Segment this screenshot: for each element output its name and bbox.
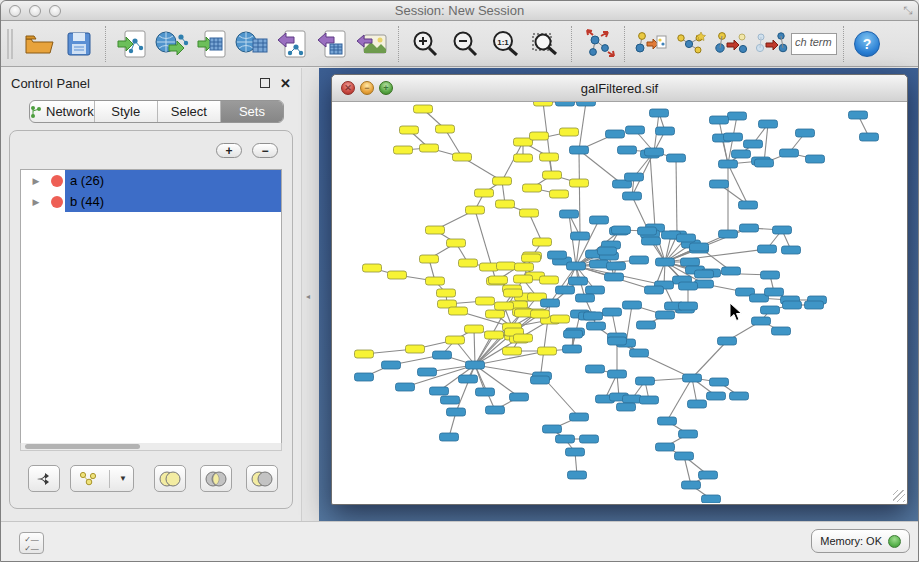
tab-network[interactable]: Network [30, 101, 95, 122]
collapse-arrow-icon[interactable]: ◂ [306, 292, 310, 301]
help-icon: ? [863, 36, 872, 52]
intersect-sets-button[interactable] [200, 465, 232, 492]
network-window-titlebar[interactable]: ✕ − + galFiltered.sif [332, 75, 907, 102]
resize-grip-icon[interactable] [893, 490, 905, 502]
layout-icon [581, 28, 615, 60]
control-panel-tabs: Network Style Select Sets [29, 100, 284, 123]
network-from-selection-icon [634, 28, 668, 60]
mouse-cursor-icon [729, 302, 743, 322]
import-table-url-icon [235, 29, 269, 59]
network-from-selection-button[interactable] [631, 25, 671, 63]
split-set-button[interactable] [28, 465, 60, 492]
control-panel: Control Panel ✕ Network Style Select Set… [1, 68, 301, 521]
float-panel-icon[interactable] [260, 78, 270, 88]
create-set-dropdown-button[interactable]: ▼ [70, 465, 134, 492]
show-all-icon [754, 28, 788, 60]
set-label: b (44) [68, 194, 104, 209]
zoom-out-button[interactable] [445, 25, 485, 63]
tab-label: Select [171, 104, 207, 119]
main-toolbar: 1:1 ch term ? [1, 21, 918, 67]
help-button[interactable]: ? [854, 31, 880, 57]
import-network-url-button[interactable] [152, 25, 192, 63]
network-window[interactable]: ✕ − + galFiltered.sif [331, 74, 908, 505]
tab-select[interactable]: Select [158, 101, 221, 122]
control-panel-title: Control Panel [11, 76, 260, 91]
main-split: Control Panel ✕ Network Style Select Set… [1, 68, 918, 521]
horizontal-scrollbar[interactable] [20, 443, 282, 451]
window-titlebar: Session: New Session ⤡ [1, 1, 918, 21]
import-network-file-button[interactable] [112, 25, 152, 63]
one-to-one-label: 1:1 [497, 37, 509, 46]
zoom-out-icon [451, 30, 479, 58]
hide-selected-button[interactable] [711, 25, 751, 63]
zoom-selected-region-icon [530, 30, 560, 58]
remove-set-button[interactable]: − [252, 143, 278, 158]
network-window-title: galFiltered.sif [332, 81, 907, 96]
scrollbar-thumb[interactable] [25, 444, 140, 449]
split-arrows-icon [34, 470, 54, 488]
first-neighbors-icon [674, 28, 708, 60]
network-canvas[interactable] [333, 102, 906, 503]
memory-status-button[interactable]: Memory: OK [811, 529, 910, 553]
panel-splitter[interactable]: ◂ [301, 68, 319, 521]
export-network-icon [276, 29, 308, 59]
memory-label: Memory: OK [820, 535, 882, 547]
zoom-in-icon [411, 30, 439, 58]
set-row-b[interactable]: ▶ b (44) [21, 191, 281, 212]
set-color-dot [51, 175, 63, 187]
toolbar-separator [624, 26, 625, 62]
first-neighbors-button[interactable] [671, 25, 711, 63]
sets-panel: + − ▶ a (26) ▶ b (44) [9, 130, 293, 509]
import-table-file-button[interactable] [192, 25, 232, 63]
zoom-in-button[interactable] [405, 25, 445, 63]
venn-intersection-icon [204, 471, 228, 487]
tab-sets[interactable]: Sets [221, 101, 283, 122]
tab-label: Style [111, 104, 140, 119]
dropdown-arrow-icon: ▼ [119, 474, 127, 483]
network-graph[interactable] [333, 102, 906, 503]
task-monitor-button[interactable]: ✓—✓— [19, 532, 44, 554]
set-color-dot [51, 196, 63, 208]
add-set-button[interactable]: + [216, 143, 242, 158]
zoom-fit-selected-button[interactable] [525, 25, 565, 63]
sets-actions: ▼ [28, 465, 282, 492]
export-table-button[interactable] [312, 25, 352, 63]
window-title: Session: New Session [1, 3, 918, 18]
venn-union-icon [158, 471, 182, 487]
expand-triangle-icon[interactable]: ▶ [29, 197, 43, 207]
difference-sets-button[interactable] [246, 465, 278, 492]
memory-ok-icon [888, 535, 901, 548]
venn-difference-icon [250, 471, 274, 487]
search-input[interactable]: ch term [791, 33, 837, 55]
export-network-button[interactable] [272, 25, 312, 63]
toolbar-separator [398, 26, 399, 62]
import-table-file-icon [196, 29, 228, 59]
import-network-url-icon [155, 29, 189, 59]
save-floppy-icon [66, 31, 92, 57]
toolbar-separator [571, 26, 572, 62]
zoom-actual-size-button[interactable]: 1:1 [485, 25, 525, 63]
close-panel-icon[interactable]: ✕ [280, 76, 291, 91]
tab-label: Network [46, 104, 94, 119]
open-folder-icon [24, 31, 54, 57]
network-desktop: ✕ − + galFiltered.sif [319, 68, 918, 521]
export-image-icon [356, 29, 388, 59]
export-table-icon [316, 29, 348, 59]
show-all-button[interactable] [751, 25, 791, 63]
save-session-button[interactable] [59, 25, 99, 63]
open-session-button[interactable] [19, 25, 59, 63]
import-network-file-icon [116, 29, 148, 59]
union-sets-button[interactable] [154, 465, 186, 492]
toolbar-drag-handle[interactable] [7, 29, 13, 59]
zoom-one-to-one-icon: 1:1 [490, 30, 520, 58]
expand-triangle-icon[interactable]: ▶ [29, 176, 43, 186]
create-set-icon [77, 470, 99, 488]
set-row-a[interactable]: ▶ a (26) [21, 170, 281, 191]
sets-list[interactable]: ▶ a (26) ▶ b (44) [20, 169, 282, 450]
import-table-url-button[interactable] [232, 25, 272, 63]
statusbar: ✓—✓— Memory: OK [1, 521, 918, 561]
export-image-button[interactable] [352, 25, 392, 63]
fullscreen-arrows-icon[interactable]: ⤡ [903, 4, 912, 17]
tab-style[interactable]: Style [95, 101, 158, 122]
apply-layout-button[interactable] [578, 25, 618, 63]
